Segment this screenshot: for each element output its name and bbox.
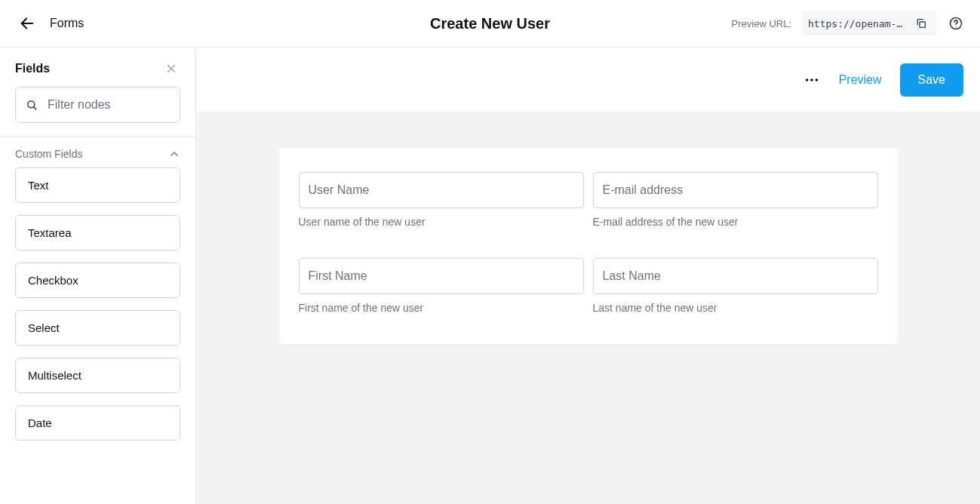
- header-left: Forms: [18, 14, 84, 32]
- form-canvas[interactable]: User name of the new user E-mail address…: [196, 112, 980, 504]
- form-field-last-name: Last name of the new user: [593, 258, 878, 314]
- help-icon: [948, 16, 963, 31]
- close-icon: [164, 62, 178, 75]
- field-list: Text Textarea Checkbox Select Multiselec…: [0, 167, 195, 456]
- email-input[interactable]: [593, 172, 878, 208]
- field-type-select[interactable]: Select: [15, 310, 180, 346]
- user-name-help: User name of the new user: [299, 216, 584, 228]
- main-layout: Fields Custom Fields Text Tex: [0, 48, 980, 504]
- arrow-left-icon: [19, 15, 35, 32]
- svg-point-3: [956, 26, 957, 27]
- search-box: [15, 87, 180, 123]
- help-button[interactable]: [947, 14, 965, 32]
- more-horizontal-icon: [803, 72, 820, 88]
- svg-point-10: [815, 78, 818, 81]
- copy-icon: [915, 17, 927, 29]
- form-field-first-name: First name of the new user: [299, 258, 584, 314]
- header-right: Preview URL: https://openam-gov-…: [732, 11, 965, 35]
- preview-button[interactable]: Preview: [839, 73, 882, 87]
- sidebar-title: Fields: [15, 62, 50, 75]
- filter-nodes-input[interactable]: [48, 98, 171, 112]
- section-title: Custom Fields: [15, 148, 82, 160]
- search-wrap: [0, 87, 195, 137]
- first-name-input[interactable]: [299, 258, 584, 294]
- custom-fields-section-header[interactable]: Custom Fields: [0, 137, 195, 167]
- close-sidebar-button[interactable]: [162, 60, 180, 78]
- form-grid: User name of the new user E-mail address…: [299, 172, 878, 314]
- preview-url-value: https://openam-gov-…: [808, 18, 906, 29]
- content-area: Preview Save User name of the new user E…: [196, 48, 980, 504]
- content-toolbar: Preview Save: [196, 48, 980, 112]
- sidebar-header: Fields: [0, 48, 195, 87]
- last-name-help: Last name of the new user: [593, 302, 878, 314]
- field-type-checkbox[interactable]: Checkbox: [15, 263, 180, 298]
- svg-point-9: [810, 78, 813, 81]
- preview-url-label: Preview URL:: [732, 18, 791, 29]
- chevron-up-icon: [168, 148, 180, 160]
- more-actions-button[interactable]: [803, 71, 821, 89]
- svg-line-7: [34, 107, 36, 109]
- back-button[interactable]: [18, 14, 36, 32]
- top-header: Forms Create New User Preview URL: https…: [0, 0, 980, 48]
- form-card: User name of the new user E-mail address…: [279, 148, 898, 344]
- field-type-text[interactable]: Text: [15, 167, 180, 203]
- field-type-date[interactable]: Date: [15, 405, 180, 441]
- fields-sidebar: Fields Custom Fields Text Tex: [0, 48, 196, 504]
- svg-point-8: [805, 78, 808, 81]
- svg-rect-1: [920, 22, 925, 27]
- first-name-help: First name of the new user: [299, 302, 584, 314]
- search-icon: [25, 98, 38, 112]
- copy-button[interactable]: [912, 14, 930, 32]
- field-type-multiselect[interactable]: Multiselect: [15, 358, 180, 393]
- form-field-email: E-mail address of the new user: [593, 172, 878, 228]
- form-field-user-name: User name of the new user: [299, 172, 584, 228]
- email-help: E-mail address of the new user: [593, 216, 878, 228]
- save-button[interactable]: Save: [900, 63, 963, 97]
- user-name-input[interactable]: [299, 172, 584, 208]
- field-type-textarea[interactable]: Textarea: [15, 215, 180, 250]
- last-name-input[interactable]: [593, 258, 878, 294]
- breadcrumb[interactable]: Forms: [50, 17, 84, 30]
- page-title: Create New User: [430, 15, 550, 32]
- preview-url-box: https://openam-gov-…: [802, 11, 936, 35]
